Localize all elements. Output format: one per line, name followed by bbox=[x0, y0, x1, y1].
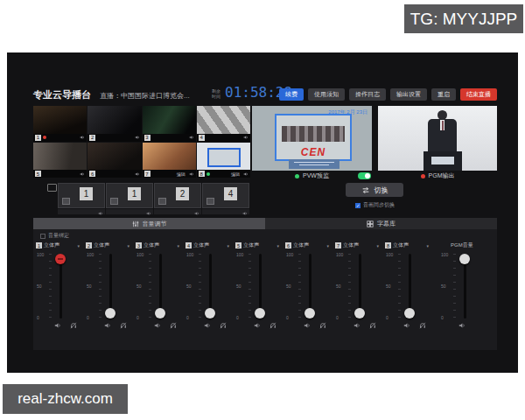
source-cell-6[interactable]: 6 bbox=[88, 143, 141, 178]
speaker-icon[interactable] bbox=[403, 322, 410, 329]
volume-knob[interactable] bbox=[155, 308, 165, 318]
scene-box[interactable]: 1 bbox=[106, 183, 153, 208]
speaker-icon[interactable] bbox=[243, 135, 248, 140]
speaker-icon[interactable] bbox=[304, 322, 311, 329]
scale-100: 100 bbox=[441, 252, 448, 257]
speaker-icon[interactable] bbox=[154, 322, 161, 329]
volume-knob[interactable] bbox=[354, 308, 365, 318]
renew-button[interactable]: 续费 bbox=[279, 88, 304, 101]
pvw-photo-frame: CEN bbox=[275, 114, 352, 161]
volume-knob[interactable] bbox=[255, 308, 265, 318]
monitor-headphone-off-icon[interactable] bbox=[369, 322, 376, 329]
scene-number: 2 bbox=[176, 187, 189, 200]
source-cell-7[interactable]: 7 编辑 bbox=[143, 143, 196, 178]
sync-switch-checkbox[interactable]: 音画同步切换 bbox=[355, 201, 395, 209]
scene-mini-badge bbox=[158, 198, 166, 205]
source-cell-5[interactable]: 5 bbox=[33, 143, 87, 178]
speaker-icon[interactable] bbox=[189, 135, 194, 140]
scene-item[interactable]: 4 bbox=[202, 183, 249, 214]
monitor-headphone-off-icon[interactable] bbox=[170, 322, 177, 329]
output-settings-button[interactable]: 输出设置 bbox=[390, 88, 427, 101]
source-bar: 4 bbox=[197, 134, 250, 142]
pvw-caption-bar bbox=[289, 159, 340, 169]
channel-number-badge: 6 bbox=[285, 242, 291, 248]
monitor-headphone-off-icon[interactable] bbox=[70, 322, 77, 329]
speaker-icon[interactable] bbox=[80, 172, 85, 177]
speaker-icon[interactable] bbox=[354, 322, 360, 329]
source-cell-4[interactable]: 4 bbox=[197, 106, 250, 142]
volume-knob[interactable] bbox=[205, 308, 215, 318]
scene-number: 4 bbox=[224, 187, 237, 200]
scene-box[interactable]: 4 bbox=[202, 183, 249, 208]
scene-item[interactable]: 1 bbox=[58, 183, 105, 214]
speaker-icon[interactable] bbox=[54, 322, 61, 329]
mixer-channel-6: 6 立体声 ▾ 100500 bbox=[283, 241, 332, 344]
channel-source-dropdown[interactable]: 7 立体声 ▾ bbox=[332, 241, 382, 250]
speaker-icon[interactable] bbox=[254, 322, 261, 329]
mixer-channel-1: 1 立体声 ▾ 100500 bbox=[33, 241, 82, 344]
source-cell-2[interactable]: 2 bbox=[88, 106, 141, 142]
volume-knob[interactable] bbox=[304, 308, 315, 318]
monitor-headphone-off-icon[interactable] bbox=[319, 322, 326, 329]
restart-button[interactable]: 重启 bbox=[431, 88, 456, 101]
scene-item[interactable]: 1 bbox=[106, 183, 153, 214]
source-bar: 6 bbox=[88, 170, 141, 178]
speaker-icon[interactable] bbox=[104, 322, 111, 329]
channel-number-badge: 8 bbox=[385, 242, 391, 248]
usage-notice-button[interactable]: 使用须知 bbox=[308, 88, 345, 101]
speaker-icon[interactable] bbox=[80, 135, 85, 140]
speaker-icon[interactable] bbox=[189, 172, 194, 177]
end-live-button[interactable]: 结束直播 bbox=[460, 88, 497, 101]
pgm-volume-knob[interactable] bbox=[459, 254, 470, 264]
source-thumbnail bbox=[33, 106, 87, 134]
volume-knob[interactable] bbox=[55, 254, 66, 264]
channel-icons bbox=[83, 320, 132, 331]
slider-ticks bbox=[99, 254, 102, 318]
scene-audio-strip bbox=[154, 209, 201, 214]
speaker-icon[interactable] bbox=[243, 172, 248, 177]
operation-log-button[interactable]: 操作日志 bbox=[349, 88, 386, 101]
scene-item[interactable]: 2 bbox=[154, 183, 201, 214]
monitor-headphone-off-icon[interactable] bbox=[220, 322, 227, 329]
source-edit-link[interactable]: 编辑 bbox=[177, 172, 186, 177]
monitor-headphone-off-icon[interactable] bbox=[120, 322, 127, 329]
speaker-icon[interactable] bbox=[458, 322, 466, 329]
channel-source-dropdown[interactable]: 5 立体声 ▾ bbox=[233, 241, 282, 250]
pvw-toggle[interactable] bbox=[358, 172, 371, 179]
volume-bind-checkbox[interactable]: 音量绑定 bbox=[40, 232, 69, 240]
source-edit-link[interactable]: 编辑 bbox=[231, 172, 240, 177]
scene-box[interactable]: 1 bbox=[58, 183, 105, 208]
pvw-status-dot bbox=[295, 174, 299, 178]
speaker-icon[interactable] bbox=[204, 322, 211, 329]
pgm-label: PGM输出 bbox=[429, 172, 455, 180]
speaker-icon[interactable] bbox=[135, 172, 140, 177]
tab-volume[interactable]: 音量调节 bbox=[33, 218, 265, 229]
switch-button[interactable]: 切换 bbox=[346, 183, 403, 197]
source-cell-8[interactable]: 8 编辑 bbox=[197, 143, 250, 178]
source-grid: 1 2 3 bbox=[33, 106, 250, 178]
channel-source-dropdown[interactable]: 1 立体声 ▾ bbox=[33, 241, 82, 250]
app-title: 专业云导播台 bbox=[33, 88, 91, 102]
channel-source-dropdown[interactable]: 8 立体声 ▾ bbox=[382, 241, 431, 250]
speaker-icon[interactable] bbox=[135, 135, 140, 140]
slider-ticks bbox=[348, 254, 351, 318]
source-thumbnail bbox=[88, 143, 141, 171]
channel-source-dropdown[interactable]: 6 立体声 ▾ bbox=[283, 241, 332, 250]
checkbox-icon[interactable] bbox=[355, 203, 360, 208]
channel-number-badge: 5 bbox=[235, 242, 242, 248]
monitor-headphone-off-icon[interactable] bbox=[419, 322, 426, 329]
monitor-headphone-off-icon[interactable] bbox=[270, 322, 276, 329]
checkbox-icon[interactable] bbox=[40, 234, 46, 239]
source-cell-1[interactable]: 1 bbox=[33, 106, 87, 142]
channel-source-dropdown[interactable]: 3 立体声 ▾ bbox=[133, 241, 182, 250]
source-number-badge: 7 bbox=[144, 171, 150, 177]
channel-source-dropdown[interactable]: 2 立体声 ▾ bbox=[83, 241, 132, 250]
channel-source-dropdown[interactable]: 4 立体声 ▾ bbox=[183, 241, 232, 250]
source-thumbnail bbox=[197, 143, 250, 171]
volume-knob[interactable] bbox=[105, 308, 116, 318]
source-cell-3[interactable]: 3 bbox=[143, 106, 196, 142]
tab-volume-label: 音量调节 bbox=[143, 220, 167, 228]
tab-subtitle-library[interactable]: 字幕库 bbox=[265, 218, 497, 229]
volume-knob[interactable] bbox=[404, 308, 415, 318]
scene-box[interactable]: 2 bbox=[154, 183, 201, 208]
